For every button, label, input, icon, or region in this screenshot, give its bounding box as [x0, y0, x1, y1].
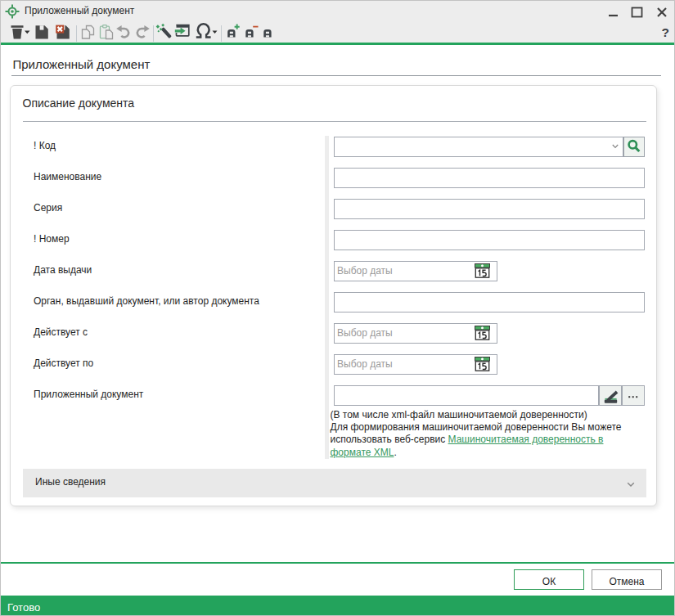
svg-text:?: ?: [662, 25, 669, 39]
